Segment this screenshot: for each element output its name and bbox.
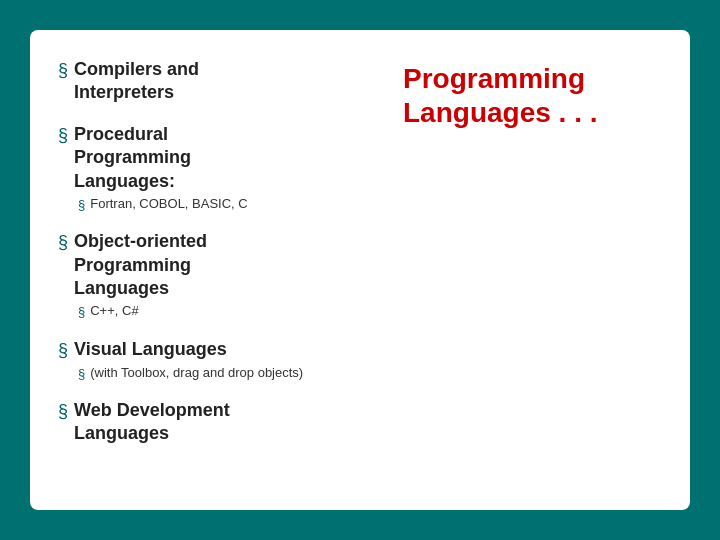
bullet-text-3a: Object-oriented [74,230,207,253]
bullet-text-1a: Compilers and [74,58,199,81]
bullet-text-4a: Visual Languages [74,338,227,361]
bullet-marker-2: § [58,124,68,147]
bullet-marker-4: § [58,339,68,362]
bullet-text-3b: Programming [74,254,207,277]
sub-bullet-item-3: § C++, C# [78,302,373,321]
sub-bullet-group-3: § C++, C# [78,302,373,321]
bullet-text-1b: Interpreters [74,81,199,104]
bullet-group-3: § Object-oriented Programming Languages … [58,230,373,321]
sub-bullet-marker-2: § [78,196,85,214]
sub-bullet-text-3: C++, C# [90,302,138,320]
main-heading: Programming Languages . . . [403,62,670,129]
sub-bullet-marker-4: § [78,365,85,383]
sub-bullet-group-2: § Fortran, COBOL, BASIC, C [78,195,373,214]
bullet-text-3c: Languages [74,277,207,300]
bullet-marker-1: § [58,59,68,82]
slide-container: § Compilers and Interpreters § Procedura… [30,30,690,510]
bullet-group-5: § Web Development Languages [58,399,373,448]
sub-bullet-group-4: § (with Toolbox, drag and drop objects) [78,364,373,383]
sub-bullet-item-2: § Fortran, COBOL, BASIC, C [78,195,373,214]
bullet-text-2a: Procedural [74,123,191,146]
bullet-item-1: § Compilers and Interpreters [58,58,373,105]
bullet-marker-5: § [58,400,68,423]
sub-bullet-text-4: (with Toolbox, drag and drop objects) [90,364,303,382]
bullet-item-3: § Object-oriented Programming Languages [58,230,373,300]
sub-bullet-text-2: Fortran, COBOL, BASIC, C [90,195,248,213]
bullet-text-5a: Web Development [74,399,230,422]
bullet-group-4: § Visual Languages § (with Toolbox, drag… [58,338,373,384]
right-panel: Programming Languages . . . [393,30,690,510]
bullet-text-2c: Languages: [74,170,191,193]
bullet-group-2: § Procedural Programming Languages: § Fo… [58,123,373,214]
bullet-marker-3: § [58,231,68,254]
sub-bullet-marker-3: § [78,303,85,321]
sub-bullet-item-4: § (with Toolbox, drag and drop objects) [78,364,373,383]
bullet-text-5b: Languages [74,422,230,445]
bullet-item-2: § Procedural Programming Languages: [58,123,373,193]
left-panel: § Compilers and Interpreters § Procedura… [30,30,393,510]
bullet-text-2b: Programming [74,146,191,169]
bullet-item-5: § Web Development Languages [58,399,373,446]
bullet-item-4: § Visual Languages [58,338,373,362]
